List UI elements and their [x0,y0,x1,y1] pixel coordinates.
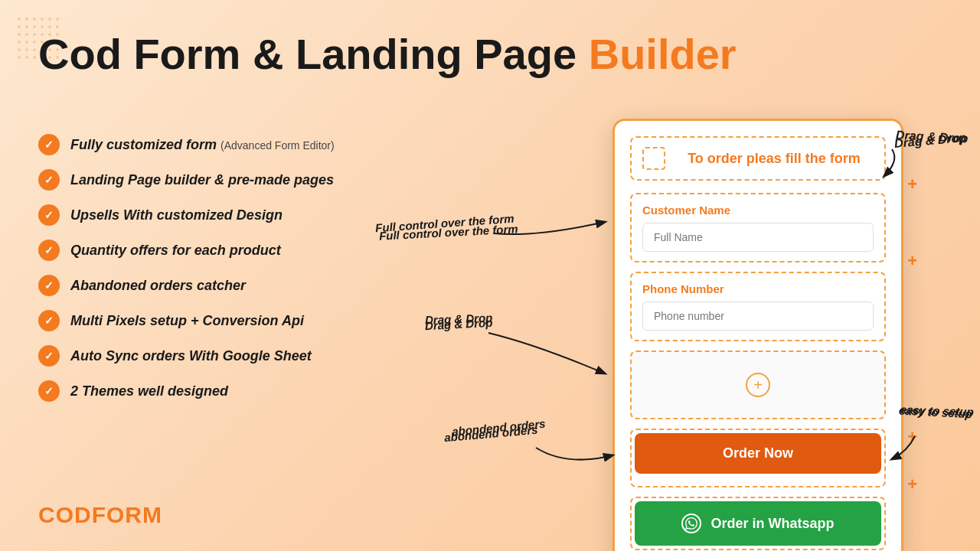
main-heading: Cod Form & Landing Page Builder [38,31,737,78]
check-icon: ✓ [38,134,60,155]
features-list: ✓ Fully customized form (Advanced Form E… [38,134,335,416]
whatsapp-order-button[interactable]: Order in Whatsapp [635,501,881,546]
plus-indicator-4: + [907,427,917,447]
check-icon: ✓ [38,345,60,367]
heading-highlight: Builder [589,30,737,78]
whatsapp-row: Order in Whatsapp [630,497,886,550]
form-title-row: To order pleas fill the form [630,136,886,181]
list-item: ✓ Quantity offers for each product [38,240,335,261]
phone-label: Phone Number [642,282,874,295]
customer-name-label: Customer Name [642,204,874,217]
form-title-text: To order pleas fill the form [675,151,874,167]
check-icon: ✓ [38,204,60,226]
add-field-plus-icon[interactable]: + [746,373,770,397]
list-item: ✓ Landing Page builder & pre-made pages [38,169,335,191]
order-now-button[interactable]: Order Now [635,433,881,474]
easy-setup-annotation-label: easy to setup [900,403,974,418]
plus-indicator-5: + [907,474,917,494]
list-item: ✓ 2 Themes well designed [38,380,335,402]
plus-indicator-2: + [907,174,917,194]
drag-drop-annotation-mid: Drag & Drop [425,311,493,326]
check-icon: ✓ [38,240,60,261]
check-icon: ✓ [38,275,60,296]
codform-logo: CODFORM [38,502,162,528]
phone-input[interactable] [642,302,874,331]
order-now-row: Order Now [630,429,886,487]
list-item: ✓ Fully customized form (Advanced Form E… [38,134,335,155]
check-icon: ✓ [38,380,60,402]
order-form-panel: To order pleas fill the form Customer Na… [612,119,903,551]
customer-name-input[interactable] [642,223,874,252]
drop-zone: + [630,350,886,419]
whatsapp-button-label: Order in Whatsapp [710,516,834,532]
form-title-icon [642,147,665,170]
list-item: ✓ Multi Pixels setup + Conversion Api [38,310,335,331]
customer-name-field-group: Customer Name [630,193,886,262]
phone-field-group: Phone Number [630,272,886,341]
list-item: ✓ Upsells With customized Design [38,204,335,226]
list-item: ✓ Auto Sync orders With Google Sheet [38,345,335,367]
whatsapp-icon [681,514,701,533]
plus-indicator-3: + [907,251,917,271]
list-item: ✓ Abandoned orders catcher [38,275,335,296]
check-icon: ✓ [38,169,60,191]
heading-part1: Cod Form & Landing Page [38,30,589,78]
check-icon: ✓ [38,310,60,331]
